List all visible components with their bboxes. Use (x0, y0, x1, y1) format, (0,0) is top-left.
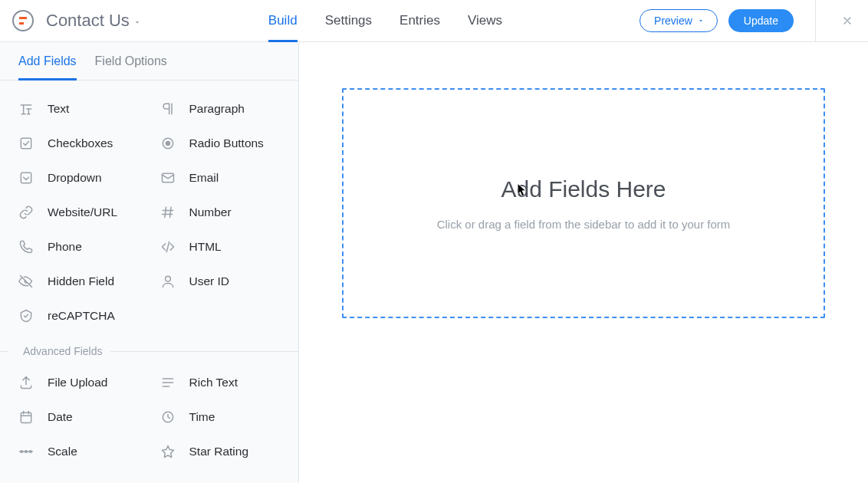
field-user[interactable]: User ID (150, 264, 291, 298)
field-radio[interactable]: Radio Buttons (150, 126, 291, 160)
star-icon (160, 444, 176, 459)
field-label: Text (48, 102, 69, 116)
tab-views[interactable]: Views (468, 0, 502, 41)
close-icon (841, 15, 853, 27)
tab-build[interactable]: Build (268, 0, 298, 41)
field-number[interactable]: Number (150, 195, 291, 229)
number-icon (160, 205, 176, 220)
top-bar-actions: Preview Update (639, 0, 868, 42)
field-recaptcha[interactable]: reCAPTCHA (8, 298, 150, 333)
html-icon (160, 239, 176, 255)
email-icon (160, 170, 176, 186)
field-label: Star Rating (189, 445, 249, 458)
field-date[interactable]: Date (8, 399, 150, 434)
svg-rect-6 (21, 412, 31, 422)
drop-zone[interactable]: Add Fields Here Click or drag a field fr… (342, 88, 825, 318)
hidden-icon (18, 274, 34, 289)
main-tabs: Build Settings Entries Views (268, 0, 502, 41)
field-label: reCAPTCHA (48, 309, 115, 323)
sidebar-tabs: Add Fields Field Options (0, 42, 298, 80)
field-url[interactable]: Website/URL (8, 195, 150, 229)
richtext-icon (160, 375, 176, 390)
field-phone[interactable]: Phone (8, 229, 150, 264)
svg-rect-0 (21, 138, 31, 148)
tab-entries[interactable]: Entries (399, 0, 440, 41)
form-canvas: Add Fields Here Click or drag a field fr… (299, 42, 868, 483)
paragraph-icon (160, 101, 176, 117)
field-label: Scale (48, 445, 77, 458)
checkbox-icon (18, 136, 34, 151)
field-hidden[interactable]: Hidden Field (8, 264, 150, 298)
field-paragraph[interactable]: Paragraph (150, 91, 291, 126)
field-label: Radio Buttons (189, 136, 264, 150)
sidebar-tab-add-fields[interactable]: Add Fields (18, 42, 77, 80)
app-logo-icon (12, 10, 34, 31)
svg-point-2 (166, 141, 169, 145)
drop-subtext: Click or drag a field from the sidebar t… (437, 218, 731, 231)
phone-icon (18, 239, 34, 255)
field-richtext[interactable]: Rich Text (150, 365, 291, 399)
field-label: Date (48, 410, 73, 424)
top-bar: Contact Us Build Settings Entries Views … (0, 0, 868, 42)
dropdown-icon (18, 170, 34, 186)
tab-settings[interactable]: Settings (325, 0, 372, 41)
field-time[interactable]: Time (150, 399, 291, 434)
date-icon (18, 409, 34, 425)
field-label: Hidden Field (48, 274, 114, 288)
text-icon (18, 101, 34, 117)
field-scale[interactable]: Scale (8, 434, 150, 468)
drop-heading: Add Fields Here (501, 176, 666, 202)
field-label: User ID (189, 274, 230, 288)
scale-icon (18, 444, 34, 459)
fields-list: TextParagraphCheckboxesRadio ButtonsDrop… (0, 80, 298, 479)
field-label: Dropdown (48, 171, 102, 185)
url-icon (18, 205, 34, 220)
field-label: File Upload (48, 376, 107, 389)
field-html[interactable]: HTML (150, 229, 291, 264)
chevron-down-icon (133, 18, 142, 27)
field-label: Rich Text (189, 376, 238, 389)
advanced-fields-heading: Advanced Fields (8, 345, 291, 357)
preview-button[interactable]: Preview (639, 9, 718, 32)
field-label: HTML (189, 240, 222, 254)
field-label: Phone (48, 240, 82, 254)
upload-icon (18, 375, 34, 390)
preview-label: Preview (654, 15, 692, 27)
field-text[interactable]: Text (8, 91, 150, 126)
close-button[interactable] (827, 0, 868, 42)
field-dropdown[interactable]: Dropdown (8, 160, 150, 195)
sidebar: Add Fields Field Options TextParagraphCh… (0, 42, 299, 483)
field-email[interactable]: Email (150, 160, 291, 195)
user-icon (160, 274, 176, 289)
field-label: Website/URL (48, 205, 117, 219)
form-title-dropdown[interactable]: Contact Us (46, 11, 142, 31)
chevron-down-icon (697, 17, 705, 25)
field-label: Email (189, 171, 219, 185)
field-checkbox[interactable]: Checkboxes (8, 126, 150, 160)
svg-rect-3 (21, 172, 31, 182)
field-label: Number (189, 205, 232, 219)
svg-point-5 (165, 276, 170, 281)
field-star[interactable]: Star Rating (150, 434, 291, 468)
update-button[interactable]: Update (728, 9, 794, 32)
divider (815, 0, 816, 42)
time-icon (160, 409, 176, 425)
field-label: Time (189, 410, 215, 424)
field-label: Paragraph (189, 102, 245, 116)
radio-icon (160, 136, 176, 151)
recaptcha-icon (18, 308, 34, 324)
field-upload[interactable]: File Upload (8, 365, 150, 399)
field-label: Checkboxes (48, 136, 113, 150)
sidebar-tab-field-options[interactable]: Field Options (95, 42, 167, 80)
form-title: Contact Us (46, 11, 130, 31)
